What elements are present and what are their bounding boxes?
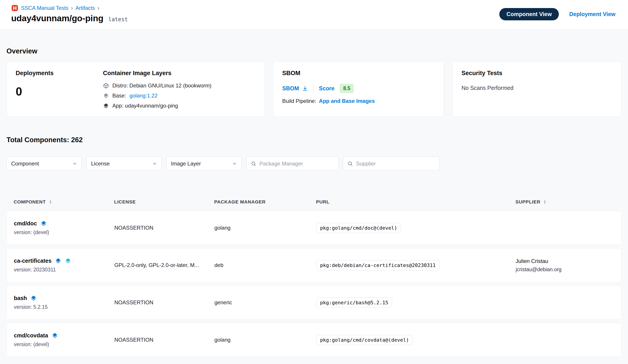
image-layer-filter-dropdown[interactable]: Image Layer <box>166 157 242 171</box>
title-row: uday4vunnam/go-ping latest <box>11 13 128 23</box>
build-pipeline-link[interactable]: App and Base Images <box>319 98 375 104</box>
page-header: SSCA Manual Tests › Artifacts › uday4vun… <box>0 0 628 29</box>
breadcrumb-separator: › <box>71 5 73 11</box>
page-title: uday4vunnam/go-ping <box>11 13 103 23</box>
chevron-down-icon <box>232 161 237 166</box>
license-cell: NOASSERTION <box>114 225 214 231</box>
package-manager-column-header: PACKAGE MANAGER <box>214 199 316 205</box>
table-row: cmd/covdata version: (devel) NOASSERTION… <box>6 323 622 357</box>
table-row: bash version: 5.2.15 NOASSERTION generic… <box>6 286 622 319</box>
component-filter-label: Component <box>11 161 39 167</box>
deployments-layers-card: Deployments 0 Container Image Layers Dis… <box>6 61 265 117</box>
sbom-download-label: SBOM <box>282 85 299 92</box>
package-manager-cell: golang <box>214 337 316 343</box>
purl-column-label: PURL <box>316 199 329 205</box>
package-manager-cell: generic <box>214 299 316 306</box>
component-name: cmd/doc <box>14 220 37 227</box>
breadcrumb-link-ssca-manual-tests[interactable]: SSCA Manual Tests <box>21 5 69 11</box>
supplier-search-input[interactable] <box>356 161 435 167</box>
component-column-header[interactable]: COMPONENT <box>14 199 114 205</box>
deployments-count: 0 <box>16 85 103 98</box>
component-view-button[interactable]: Component View <box>499 8 559 20</box>
purl-cell: pkg:golang/cmd/doc@(devel) <box>316 223 516 233</box>
container-image-layers-title: Container Image Layers <box>103 70 255 77</box>
sbom-card: SBOM SBOM Score 8.5 Build Pipeline: App … <box>273 61 444 117</box>
breadcrumb-separator: › <box>98 5 99 11</box>
total-components-heading: Total Components: 262 <box>6 136 622 144</box>
purl-value: pkg:golang/cmd/doc@(devel) <box>316 223 401 233</box>
vertical-divider <box>313 84 314 93</box>
download-icon <box>302 86 308 91</box>
license-column-header: LICENSE <box>114 199 214 205</box>
app-layers-icon <box>103 103 109 109</box>
component-name: ca-certificates <box>14 258 52 264</box>
build-pipeline-label: Build Pipeline: <box>282 98 316 104</box>
security-tests-title: Security Tests <box>462 70 612 77</box>
component-version: version: (devel) <box>14 229 114 236</box>
table-row: cmd/doc version: (devel) NOASSERTION gol… <box>6 211 622 245</box>
purl-value: pkg:golang/cmd/covdata@(devel) <box>316 335 413 345</box>
base-label: Base: <box>112 93 126 99</box>
license-filter-label: License <box>91 161 110 167</box>
component-name: bash <box>14 295 27 302</box>
breadcrumb: SSCA Manual Tests › Artifacts › <box>11 4 128 12</box>
component-name: cmd/covdata <box>14 332 48 339</box>
package-manager-column-label: PACKAGE MANAGER <box>214 199 266 205</box>
layer-icon <box>55 258 61 264</box>
components-table-header: COMPONENT LICENSE PACKAGE MANAGER PURL S… <box>6 199 622 205</box>
license-filter-dropdown[interactable]: License <box>86 157 162 171</box>
security-tests-card: Security Tests No Scans Performed <box>452 61 622 117</box>
component-cell: cmd/covdata version: (devel) <box>14 332 114 348</box>
chevron-down-icon <box>152 161 157 166</box>
search-icon <box>251 161 256 166</box>
sort-icon <box>543 200 547 204</box>
security-tests-status: No Scans Performed <box>462 85 612 91</box>
purl-value: pkg:generic/bash@5.2.15 <box>316 298 392 308</box>
container-image-layers-section: Container Image Layers Distro: Debian GN… <box>103 70 255 109</box>
sbom-row: SBOM Score 8.5 <box>282 84 435 93</box>
layer-icon <box>41 220 47 227</box>
purl-cell: pkg:generic/bash@5.2.15 <box>316 298 516 308</box>
license-cell: GPL-2.0-only, GPL-2.0-or-later, M... <box>114 262 214 268</box>
license-column-label: LICENSE <box>114 199 136 205</box>
package-manager-cell: deb <box>214 262 316 268</box>
component-filter-dropdown[interactable]: Component <box>6 157 82 171</box>
components-table-body: cmd/doc version: (devel) NOASSERTION gol… <box>6 211 622 357</box>
component-cell: bash version: 5.2.15 <box>14 295 114 310</box>
sbom-score-badge: 8.5 <box>340 84 354 93</box>
supplier-cell: Julien Cristau jcristau@debian.org <box>516 258 614 273</box>
purl-value: pkg:deb/debian/ca-certificates@20230311 <box>316 260 440 270</box>
deployment-view-link[interactable]: Deployment View <box>569 11 616 17</box>
image-layer-filter-label: Image Layer <box>171 161 201 167</box>
supplier-email: jcristau@debian.org <box>516 266 614 273</box>
base-layers-icon <box>103 93 109 99</box>
search-icon <box>348 161 353 166</box>
component-cell: ca-certificates version: 20230311 <box>14 258 114 273</box>
build-pipeline-row: Build Pipeline: App and Base Images <box>282 98 435 104</box>
table-row: ca-certificates version: 20230311 GPL-2.… <box>6 248 622 282</box>
filter-bar: Component License Image Layer <box>6 157 622 171</box>
license-cell: NOASSERTION <box>114 337 214 343</box>
supplier-cell <box>516 339 614 341</box>
distro-label: Distro: Debian GNU/Linux 12 (bookworm) <box>112 82 212 89</box>
sbom-card-title: SBOM <box>282 70 435 77</box>
breadcrumb-link-artifacts[interactable]: Artifacts <box>76 5 95 11</box>
sbom-download-link[interactable]: SBOM <box>282 85 308 92</box>
license-cell: NOASSERTION <box>114 299 214 306</box>
harness-logo-icon <box>11 4 18 12</box>
header-left: SSCA Manual Tests › Artifacts › uday4vun… <box>11 4 128 23</box>
supplier-column-label: SUPPLIER <box>515 199 540 205</box>
deployments-section: Deployments 0 <box>16 70 103 109</box>
package-manager-cell: golang <box>214 225 316 231</box>
package-manager-search-input[interactable] <box>259 161 334 167</box>
overview-cards: Deployments 0 Container Image Layers Dis… <box>6 61 622 117</box>
deployments-title: Deployments <box>16 70 103 77</box>
purl-cell: pkg:deb/debian/ca-certificates@20230311 <box>316 260 516 270</box>
component-version: version: 5.2.15 <box>14 304 114 310</box>
supplier-column-header[interactable]: SUPPLIER <box>515 199 614 205</box>
base-row: Base: golang:1.22 <box>103 93 255 99</box>
base-image-link[interactable]: golang:1.22 <box>129 93 157 99</box>
artifact-tag: latest <box>108 16 128 23</box>
overview-heading: Overview <box>6 47 622 55</box>
layer-icon <box>52 332 58 339</box>
